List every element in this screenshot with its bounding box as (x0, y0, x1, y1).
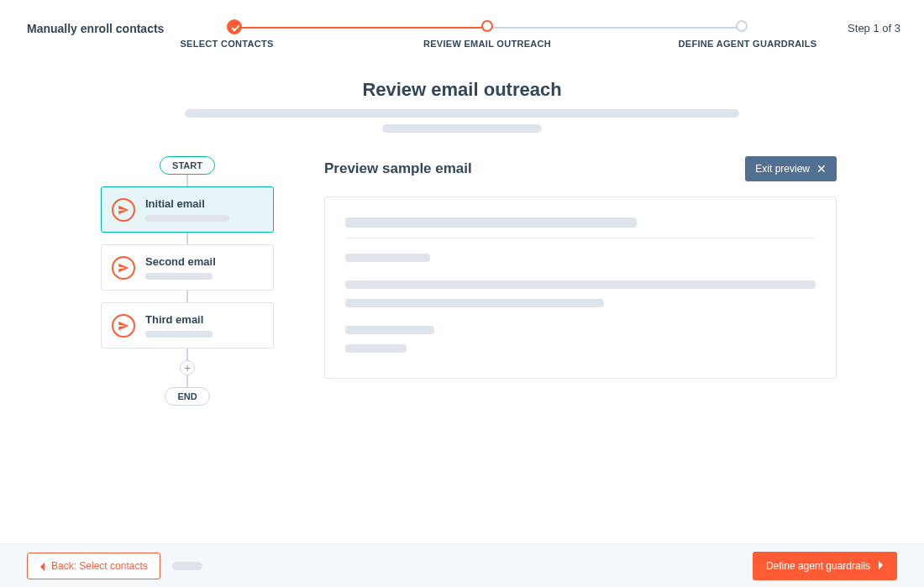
next-button-label: Define agent guardrails (766, 560, 870, 572)
exit-preview-label: Exit preview (755, 163, 810, 175)
flow-step-initial-email[interactable]: Initial email (101, 186, 274, 233)
divider (345, 238, 816, 238)
paper-plane-icon (112, 314, 135, 338)
stepper-label-2: REVIEW EMAIL OUTREACH (423, 39, 551, 49)
exit-preview-button[interactable]: Exit preview ✕ (745, 156, 837, 181)
flow-end-pill: END (165, 387, 209, 406)
wizard-footer: Back: Select contacts Define agent guard… (0, 543, 924, 587)
back-button[interactable]: Back: Select contacts (27, 553, 160, 579)
paper-plane-icon (112, 198, 135, 222)
chevron-right-icon (877, 560, 884, 572)
step-counter: Step 1 of 3 (848, 22, 900, 34)
footer-placeholder (172, 562, 202, 570)
email-body-placeholder (345, 299, 604, 307)
email-preview-panel: Preview sample email Exit preview ✕ (324, 156, 837, 406)
email-subject-placeholder (345, 218, 637, 228)
wizard-header: Manually enroll contacts Step 1 of 3 SEL… (0, 0, 924, 50)
flow-step-placeholder (145, 273, 213, 280)
stepper-node-3[interactable] (736, 20, 748, 32)
flow-step-label: Third email (145, 313, 263, 326)
main-content: Review email outreach START Initial emai… (0, 67, 924, 543)
chevron-left-icon (39, 560, 46, 572)
next-button[interactable]: Define agent guardrails (753, 552, 897, 580)
back-button-label: Back: Select contacts (51, 560, 148, 572)
email-body-placeholder (345, 326, 434, 334)
sequence-flow: START Initial email Second email (79, 156, 296, 406)
stepper-node-1[interactable] (227, 19, 242, 34)
subtitle-placeholder (185, 109, 739, 118)
preview-title: Preview sample email (324, 160, 472, 177)
email-body-placeholder (345, 254, 430, 262)
wizard-title: Manually enroll contacts (27, 22, 164, 35)
flow-step-placeholder (145, 215, 229, 222)
stepper-node-2[interactable] (481, 20, 493, 32)
flow-connector (186, 349, 188, 360)
subtitle-placeholder (382, 124, 542, 133)
flow-step-third-email[interactable]: Third email (101, 302, 274, 349)
flow-connector (186, 375, 188, 387)
flow-step-label: Second email (145, 255, 263, 268)
email-preview-card (324, 197, 837, 379)
stepper-label-3: DEFINE AGENT GUARDRAILS (679, 39, 817, 49)
stepper-labels: SELECT CONTACTS REVIEW EMAIL OUTREACH DE… (227, 39, 748, 52)
flow-step-second-email[interactable]: Second email (101, 244, 274, 291)
paper-plane-icon (112, 256, 135, 280)
email-body-placeholder (345, 280, 816, 289)
add-step-button[interactable]: + (180, 360, 195, 375)
stepper-label-1: SELECT CONTACTS (180, 39, 273, 49)
flow-start-pill: START (160, 156, 215, 175)
email-body-placeholder (345, 344, 407, 353)
flow-step-placeholder (145, 331, 213, 338)
flow-step-label: Initial email (145, 197, 263, 210)
flow-connector (186, 291, 188, 302)
flow-connector (186, 175, 188, 186)
close-icon: ✕ (816, 163, 827, 175)
flow-connector (186, 233, 188, 244)
stepper-track-fill (234, 27, 484, 29)
page-title: Review email outreach (27, 79, 897, 101)
